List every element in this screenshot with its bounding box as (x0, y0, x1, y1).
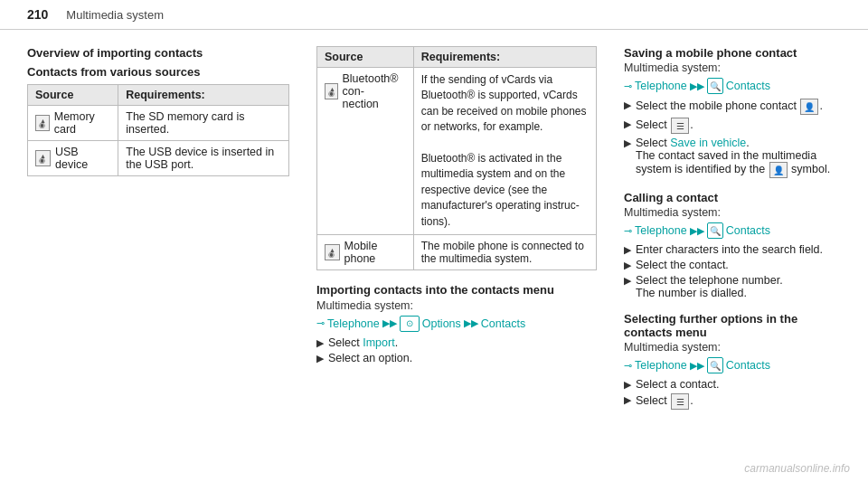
calling-heading: Calling a contact (624, 191, 841, 204)
menu-icon-box-2: ☰ (671, 393, 689, 410)
table-row: Bluetooth® con-nection If the sending of… (317, 68, 597, 235)
importing-bullets: ▶ Select Import. ▶ Select an option. (316, 336, 597, 364)
nav-arrow-1: ⊸ (316, 317, 325, 329)
bullet-icon: ▶ (624, 379, 631, 391)
main-content: Overview of importing contacts Contacts … (0, 30, 868, 431)
mobile-phone-icon (325, 244, 340, 260)
importing-bullet-2: Select an option. (328, 352, 412, 364)
calling-bullets: ▶ Enter characters into the search field… (624, 243, 841, 299)
list-item: ▶ Select the contact. (624, 259, 841, 271)
left-req-cell-2: The USB device is inserted in the USB po… (118, 141, 289, 176)
watermark: carmanualsonline.info (744, 462, 850, 475)
bullet-icon: ▶ (624, 260, 631, 271)
bullet-icon-2: ▶ (316, 353, 324, 364)
saving-nav-contacts: Contacts (726, 80, 770, 92)
saving-bullet-3: Select Save in vehicle. The contact save… (636, 137, 841, 178)
calling-bullet-3: Select the telephone number.The number i… (636, 274, 783, 299)
saving-bullets: ▶ Select the mobile phone contact 👤. ▶ S… (624, 99, 841, 178)
list-item: ▶ Select Import. (316, 336, 597, 349)
calling-nav-line: ⊸ Telephone ▶▶ 🔍 Contacts (624, 222, 841, 239)
mid-col1-header: Source (317, 47, 414, 68)
calling-nav-arrow-1: ⊸ (624, 225, 632, 237)
mid-source-table: Source Requirements: Bluetooth® con-nect… (316, 46, 597, 270)
saving-nav-search-icon: 🔍 (707, 78, 723, 94)
source-icon-1: Memory card (35, 110, 110, 136)
list-item: ▶ Select a contact. (624, 378, 841, 391)
page-number: 210 (27, 7, 48, 22)
saving-bullet-2: Select ☰. (636, 118, 693, 134)
bullet-icon-1: ▶ (316, 337, 324, 349)
saving-nav-arrow-1: ⊸ (624, 80, 632, 92)
nav-options-label: Options (422, 317, 461, 330)
bullet-icon: ▶ (624, 394, 631, 406)
calling-section: Calling a contact Multimedia system: ⊸ T… (624, 191, 841, 299)
usb-device-icon (35, 150, 51, 166)
nav-telephone-importing: Telephone (327, 317, 380, 330)
calling-bullet-2: Select the contact. (636, 259, 729, 271)
selecting-nav-arrow-1: ⊸ (624, 360, 632, 372)
contacts-subheading: Contacts from various sources (27, 65, 289, 79)
mid-col2-header: Requirements: (413, 47, 596, 68)
left-column: Overview of importing contacts Contacts … (27, 46, 289, 422)
selecting-multimedia: Multimedia system: (624, 341, 841, 354)
nav-contacts-importing: Contacts (481, 317, 525, 330)
saving-section: Saving a mobile phone contact Multimedia… (624, 46, 841, 178)
save-in-vehicle-link[interactable]: Save in vehicle (670, 137, 746, 149)
bluetooth-icon-cell: Bluetooth® con-nection (325, 72, 406, 110)
source-icon-2: USB device (35, 146, 110, 171)
bullet-icon: ▶ (624, 137, 631, 149)
bullet-icon: ▶ (624, 99, 631, 111)
bullet-icon: ▶ (624, 118, 631, 130)
overview-heading: Overview of importing contacts (27, 46, 289, 60)
importing-multimedia: Multimedia system: (316, 299, 597, 312)
selecting-nav-line: ⊸ Telephone ▶▶ 🔍 Contacts (624, 357, 841, 373)
saving-bullet-1: Select the mobile phone contact 👤. (636, 99, 823, 115)
bullet-icon: ▶ (624, 244, 631, 256)
table-row: Memory card The SD memory card is insert… (28, 106, 289, 141)
mobile-phone-label: Mobile phone (344, 240, 406, 265)
saving-nav-line: ⊸ Telephone ▶▶ 🔍 Contacts (624, 78, 841, 94)
selecting-nav-telephone: Telephone (635, 359, 687, 372)
list-item: ▶ Select ☰. (624, 118, 841, 134)
calling-bullet-1: Enter characters into the search field. (636, 243, 823, 256)
selecting-nav-contacts: Contacts (726, 359, 770, 372)
nav-arrow-2: ▶▶ (382, 317, 397, 329)
bluetooth-label: Bluetooth® con-nection (343, 72, 406, 110)
nav-arrow-3: ▶▶ (464, 317, 478, 329)
selecting-nav-arrow-2: ▶▶ (690, 360, 704, 372)
page-title: Multimedia system (66, 8, 164, 22)
calling-nav-telephone: Telephone (635, 224, 687, 237)
selecting-bullet-1: Select a contact. (636, 378, 719, 391)
calling-nav-search-icon: 🔍 (707, 222, 723, 239)
import-link[interactable]: Import (363, 336, 394, 349)
mid-req-cell-2: The mobile phone is connected to the mul… (413, 234, 596, 269)
bullet-icon: ▶ (624, 275, 631, 287)
mid-source-cell-1: Bluetooth® con-nection (317, 68, 414, 235)
calling-multimedia: Multimedia system: (624, 206, 841, 219)
importing-bullet-1: Select Import. (328, 336, 398, 349)
person-saved-icon: 👤 (769, 162, 788, 178)
selecting-bullet-2: Select ☰. (636, 393, 693, 410)
mobile-phone-icon-cell: Mobile phone (325, 240, 406, 265)
selecting-bullets: ▶ Select a contact. ▶ Select ☰. (624, 378, 841, 410)
left-source-table: Source Requirements: Memory card The SD … (27, 84, 289, 176)
left-source-cell-1: Memory card (28, 106, 118, 141)
list-item: ▶ Select an option. (316, 352, 597, 364)
list-item: ▶ Select ☰. (624, 393, 841, 410)
left-col2-header: Requirements: (118, 85, 289, 106)
list-item: ▶ Select Save in vehicle. The contact sa… (624, 137, 841, 178)
menu-icon-box: ☰ (671, 118, 689, 134)
nav-options-icon: ⊙ (400, 316, 420, 332)
person-icon-box: 👤 (800, 99, 818, 115)
list-item: ▶ Select the telephone number.The number… (624, 274, 841, 299)
table-row: Mobile phone The mobile phone is connect… (317, 234, 597, 269)
list-item: ▶ Enter characters into the search field… (624, 243, 841, 256)
memory-card-label: Memory card (54, 110, 111, 136)
left-req-cell-1: The SD memory card is inserted. (118, 106, 289, 141)
left-source-cell-2: USB device (28, 141, 118, 176)
calling-nav-arrow-2: ▶▶ (690, 225, 704, 237)
saving-nav-telephone: Telephone (635, 80, 687, 92)
mid-source-cell-2: Mobile phone (317, 234, 414, 269)
memory-card-icon (35, 115, 50, 131)
importing-heading: Importing contacts into the contacts men… (316, 283, 597, 297)
